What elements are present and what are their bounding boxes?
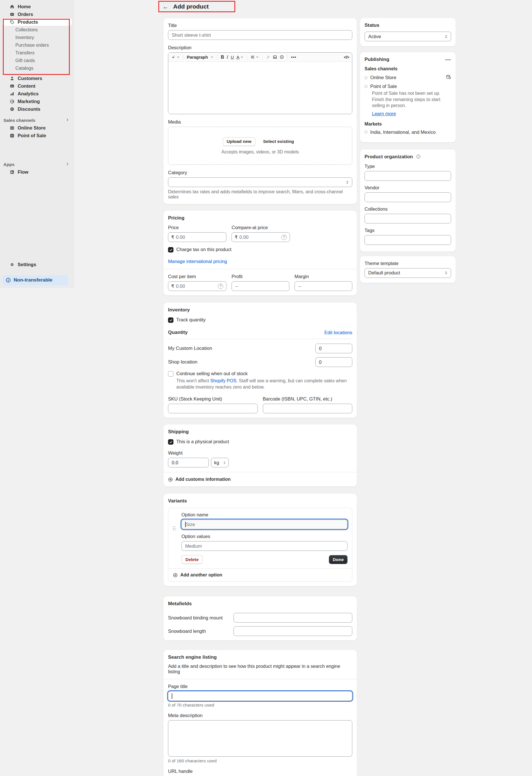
tags-input[interactable]	[365, 235, 451, 245]
sidebar-item-point-of-sale[interactable]: S Point of Sale	[2, 132, 72, 140]
sidebar-item-catalogs[interactable]: Catalogs	[0, 64, 74, 72]
description-label: Description	[168, 45, 352, 50]
sidebar-item-marketing[interactable]: Marketing	[2, 98, 72, 105]
price-input[interactable]: ₹	[168, 232, 226, 242]
help-icon[interactable]: ?	[282, 234, 287, 240]
upload-new-button[interactable]: Upload new	[223, 137, 255, 146]
apps-section[interactable]: Apps	[0, 161, 74, 168]
option-value-input[interactable]	[181, 541, 347, 551]
quantity-input-my-custom-location[interactable]	[315, 344, 352, 353]
profit-input[interactable]	[231, 281, 289, 291]
physical-product-checkbox[interactable]	[168, 439, 173, 445]
bold-button[interactable]: B	[221, 55, 224, 60]
manage-international-pricing-link[interactable]: Manage international pricing	[168, 259, 227, 264]
sidebar-item-discounts[interactable]: Discounts	[2, 105, 72, 113]
title-input[interactable]	[168, 30, 352, 40]
italic-button[interactable]: I	[227, 55, 228, 60]
apps-header: Apps	[3, 162, 14, 167]
add-customs-button[interactable]: Add customs information	[168, 477, 352, 482]
sku-input[interactable]	[168, 404, 258, 413]
status-select[interactable]: Active	[365, 32, 451, 41]
charge-tax-row[interactable]: Charge tax on this product	[168, 247, 352, 252]
weight-unit-select[interactable]: kg	[211, 458, 229, 467]
pos-icon: S	[10, 133, 14, 138]
add-another-option-button[interactable]: Add another option	[168, 569, 352, 581]
description-textarea[interactable]	[168, 62, 352, 114]
paragraph-style-dropdown[interactable]: Paragraph	[187, 55, 214, 59]
help-icon[interactable]: ?	[218, 283, 223, 289]
theme-template-select[interactable]: Default product	[365, 268, 451, 278]
charge-tax-checkbox[interactable]	[168, 247, 173, 252]
sidebar-item-content[interactable]: Content	[2, 82, 72, 90]
channel-row-online-store: Online Store	[365, 74, 451, 81]
alignment-button[interactable]	[250, 55, 259, 59]
snowboard-binding-mount-input[interactable]	[233, 613, 352, 622]
sidebar-item-collections[interactable]: Collections	[0, 26, 74, 34]
shopify-pos-link[interactable]: Shopify POS	[210, 378, 236, 383]
drag-handle-icon[interactable]	[173, 526, 176, 531]
option-name-input[interactable]: Size	[181, 520, 347, 529]
sales-channels-section[interactable]: Sales channels	[0, 117, 74, 124]
insert-image-button[interactable]	[273, 55, 277, 59]
price-field[interactable]	[176, 234, 223, 240]
sidebar-item-inventory[interactable]: Inventory	[0, 34, 74, 41]
chevron-right-icon	[65, 118, 69, 123]
text-color-button[interactable]: A	[236, 55, 243, 60]
insert-video-button[interactable]	[280, 55, 284, 59]
sidebar-item-label: Online Store	[18, 125, 45, 131]
weight-label: Weight	[168, 450, 352, 456]
media-dropzone[interactable]: Upload new Select existing Accepts image…	[168, 127, 352, 165]
continue-selling-row[interactable]: Continue selling when out of stock This …	[168, 371, 352, 390]
page-title-input[interactable]	[168, 691, 352, 701]
sidebar-item-transfers[interactable]: Transfers	[0, 49, 74, 57]
category-select[interactable]	[168, 177, 352, 187]
more-formatting-button[interactable]: •••	[291, 55, 297, 59]
sidebar-item-purchase-orders[interactable]: Purchase orders	[0, 41, 74, 49]
track-quantity-row[interactable]: Track quantity	[168, 317, 352, 323]
underline-button[interactable]: U	[231, 55, 234, 60]
select-existing-button[interactable]: Select existing	[259, 137, 298, 146]
svg-text:S: S	[11, 134, 13, 137]
link-button[interactable]	[266, 55, 270, 59]
continue-selling-checkbox[interactable]	[168, 371, 173, 377]
sidebar-item-analytics[interactable]: Analytics	[2, 90, 72, 98]
compare-at-price-field[interactable]	[239, 234, 280, 240]
margin-input[interactable]	[295, 281, 352, 291]
location-row: Shop location	[168, 357, 352, 367]
magic-ai-button[interactable]	[171, 55, 180, 59]
physical-product-row[interactable]: This is a physical product	[168, 439, 352, 445]
compare-at-price-input[interactable]: ₹ ?	[231, 232, 290, 242]
barcode-input[interactable]	[263, 404, 353, 413]
sidebar-item-customers[interactable]: Customers	[2, 74, 72, 82]
edit-locations-link[interactable]: Edit locations	[324, 330, 352, 335]
marketing-icon	[10, 99, 14, 104]
non-transferable-badge[interactable]: Non-transferable	[2, 275, 68, 285]
sidebar-item-flow[interactable]: Flow	[2, 168, 72, 176]
code-view-button[interactable]: </>	[344, 55, 349, 59]
sidebar-item-settings[interactable]: Settings	[2, 261, 72, 268]
learn-more-link[interactable]: Learn more	[372, 111, 396, 117]
track-quantity-checkbox[interactable]	[168, 318, 173, 323]
sidebar-item-orders[interactable]: Orders	[2, 11, 72, 18]
sidebar-item-gift-cards[interactable]: Gift cards	[0, 57, 74, 64]
snowboard-length-input[interactable]	[233, 626, 352, 636]
more-menu-button[interactable]: •••	[446, 57, 451, 62]
seo-card: Search engine listing Add a title and de…	[163, 650, 357, 776]
collections-input[interactable]	[365, 214, 451, 223]
quantity-input-shop-location[interactable]	[315, 357, 352, 367]
weight-unit-value: kg	[214, 460, 219, 465]
sidebar-item-home[interactable]: Home	[2, 3, 72, 11]
back-arrow-icon[interactable]: ←	[163, 4, 169, 10]
done-option-button[interactable]: Done	[329, 555, 347, 564]
delete-option-button[interactable]: Delete	[181, 555, 203, 564]
cost-per-item-input[interactable]: ₹ ?	[168, 281, 226, 291]
sidebar-item-products[interactable]: Products	[2, 18, 72, 26]
info-icon[interactable]	[416, 154, 421, 159]
weight-input[interactable]	[168, 458, 209, 467]
type-input[interactable]	[365, 171, 451, 181]
schedule-icon[interactable]	[446, 74, 451, 81]
cost-per-item-field[interactable]	[176, 283, 216, 289]
vendor-input[interactable]	[365, 192, 451, 202]
meta-description-textarea[interactable]	[168, 720, 352, 757]
sidebar-item-online-store[interactable]: Online Store	[2, 124, 72, 132]
